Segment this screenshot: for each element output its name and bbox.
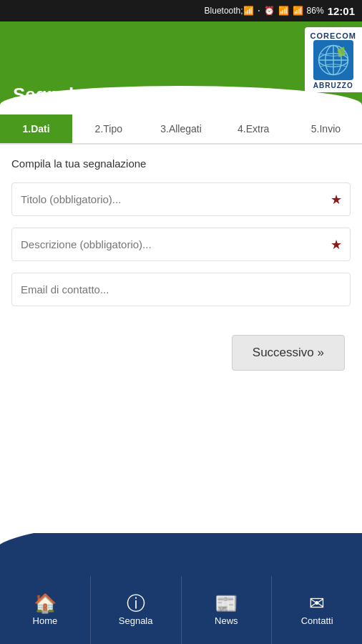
status-bar: Bluetooth;📶 ⋅ ⏰ 📶 📶 86% 12:01: [0, 0, 362, 21]
nav-label-contatti: Contatti: [301, 615, 333, 626]
tab-bar: 1.Dati 2.Tipo 3.Allegati 4.Extra 5.Invio: [0, 114, 362, 145]
tab-allegati[interactable]: 3.Allegati: [145, 114, 217, 143]
logo-name: CORECOM: [310, 31, 356, 40]
segnala-icon: ⓘ: [127, 594, 145, 613]
nav-item-segnala[interactable]: ⓘ Segnala: [91, 576, 182, 644]
tab-extra[interactable]: 4.Extra: [217, 114, 290, 143]
form-instruction: Compila la tua segnalazione: [11, 157, 351, 170]
status-icons: Bluetooth;📶 ⋅ ⏰ 📶 📶 86% 12:01: [205, 5, 355, 17]
email-field-wrapper: [11, 273, 351, 306]
nav-label-segnala: Segnala: [119, 615, 153, 626]
battery-text: 86%: [307, 6, 324, 16]
app-header: Segnala CORECOM ABRUZZO: [0, 21, 362, 114]
home-icon: 🏠: [34, 594, 57, 613]
description-input[interactable]: [11, 228, 351, 261]
tab-invio[interactable]: 5.Invio: [290, 114, 362, 143]
bluetooth-icon: Bluetooth;📶: [205, 6, 254, 16]
next-button[interactable]: Successivo »: [232, 335, 345, 371]
logo-globe-icon: [313, 40, 353, 80]
news-icon: 📰: [215, 594, 238, 613]
tab-dati[interactable]: 1.Dati: [0, 114, 72, 143]
bluetooth-icon: ⋅: [258, 6, 260, 16]
title-field-wrapper: ★: [11, 182, 351, 216]
contatti-icon: ✉: [309, 594, 325, 613]
nav-label-home: Home: [33, 615, 58, 626]
wifi-icon: 📶: [278, 6, 289, 16]
signal-icon: 📶: [293, 6, 303, 16]
main-content: Compila la tua segnalazione ★ ★ Successi…: [0, 145, 362, 384]
title-input[interactable]: [11, 182, 351, 216]
description-required-icon: ★: [331, 237, 342, 253]
alarm-icon: ⏰: [264, 6, 275, 16]
title-required-icon: ★: [331, 192, 342, 208]
logo-container: CORECOM ABRUZZO: [305, 27, 362, 92]
status-time: 12:01: [328, 5, 355, 17]
page-title: Segnala: [0, 84, 84, 106]
nav-item-news[interactable]: 📰 News: [182, 576, 273, 644]
tab-tipo[interactable]: 2.Tipo: [72, 114, 145, 143]
nav-label-news: News: [215, 615, 238, 626]
nav-item-home[interactable]: 🏠 Home: [0, 576, 91, 644]
bottom-wave: [0, 533, 362, 576]
email-input[interactable]: [11, 273, 351, 306]
bottom-nav: 🏠 Home ⓘ Segnala 📰 News ✉ Contatti: [0, 576, 362, 644]
button-row: Successivo »: [11, 335, 351, 371]
bottom-wave-container: [0, 533, 362, 576]
description-field-wrapper: ★: [11, 228, 351, 261]
logo-region: ABRUZZO: [313, 82, 353, 89]
nav-item-contatti[interactable]: ✉ Contatti: [272, 576, 362, 644]
